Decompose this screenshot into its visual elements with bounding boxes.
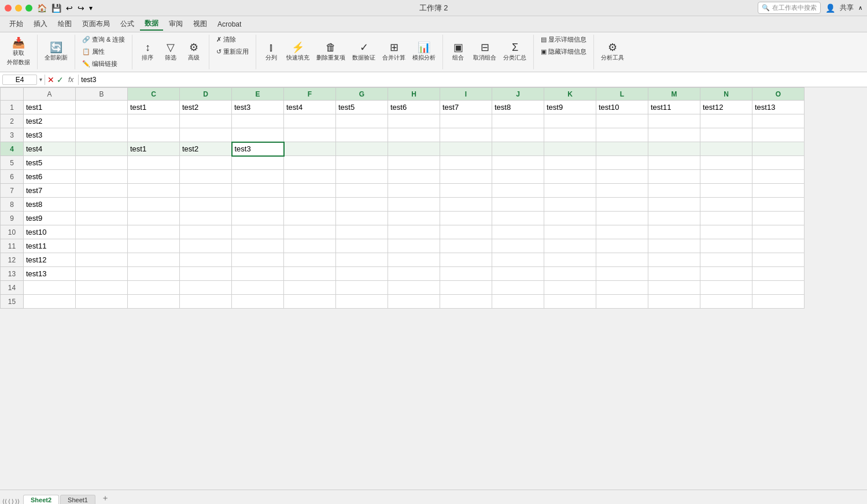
formula-cancel-icon[interactable]: ✕: [47, 75, 54, 84]
btn-group[interactable]: ▣ 组合: [448, 41, 468, 63]
cell-J9[interactable]: [492, 212, 544, 225]
cell-O3[interactable]: [752, 128, 805, 142]
cell-I5[interactable]: [440, 156, 492, 170]
cell-D13[interactable]: [180, 267, 232, 281]
cell-N11[interactable]: [700, 239, 752, 253]
col-header-G[interactable]: G: [336, 88, 388, 101]
cell-E8[interactable]: [232, 198, 284, 212]
btn-clear[interactable]: ✗ 清除: [214, 35, 238, 45]
cell-M2[interactable]: [648, 114, 700, 128]
cell-C2[interactable]: [128, 114, 180, 128]
cell-N12[interactable]: [700, 253, 752, 267]
row-header-15[interactable]: 15: [1, 295, 24, 309]
undo-icon[interactable]: ↩: [66, 3, 73, 13]
col-header-B[interactable]: B: [76, 88, 128, 101]
cell-B8[interactable]: [76, 198, 128, 212]
cell-H13[interactable]: [388, 267, 440, 281]
cell-N13[interactable]: [700, 267, 752, 281]
cell-A4[interactable]: test4: [24, 142, 76, 156]
cell-I12[interactable]: [440, 253, 492, 267]
cell-L13[interactable]: [596, 267, 648, 281]
btn-hide-details[interactable]: ▣ 隐藏详细信息: [538, 47, 589, 57]
row-header-3[interactable]: 3: [1, 128, 24, 142]
cell-G11[interactable]: [336, 239, 388, 253]
cell-N8[interactable]: [700, 198, 752, 212]
cell-B10[interactable]: [76, 225, 128, 239]
cell-F6[interactable]: [284, 170, 336, 184]
cell-G9[interactable]: [336, 212, 388, 225]
cell-C11[interactable]: [128, 239, 180, 253]
maximize-button[interactable]: [25, 5, 32, 12]
cell-J13[interactable]: [492, 267, 544, 281]
cell-O11[interactable]: [752, 239, 805, 253]
cell-J15[interactable]: [492, 295, 544, 309]
cell-F14[interactable]: [284, 281, 336, 295]
col-header-M[interactable]: M: [648, 88, 700, 101]
cell-L6[interactable]: [596, 170, 648, 184]
cell-M5[interactable]: [648, 156, 700, 170]
cell-F9[interactable]: [284, 212, 336, 225]
cell-G4[interactable]: [336, 142, 388, 156]
tab-view[interactable]: 视图: [189, 18, 212, 30]
col-header-O[interactable]: O: [752, 88, 805, 101]
cell-C9[interactable]: [128, 212, 180, 225]
cell-K12[interactable]: [544, 253, 596, 267]
formula-input[interactable]: [81, 76, 865, 84]
btn-split-columns[interactable]: ⫿ 分列: [261, 41, 282, 63]
collapse-icon[interactable]: ∧: [858, 5, 862, 11]
row-header-2[interactable]: 2: [1, 114, 24, 128]
cell-O8[interactable]: [752, 198, 805, 212]
cell-M6[interactable]: [648, 170, 700, 184]
row-header-9[interactable]: 9: [1, 212, 24, 225]
cell-I1[interactable]: test7: [440, 101, 492, 114]
cell-B12[interactable]: [76, 253, 128, 267]
cell-F10[interactable]: [284, 225, 336, 239]
cell-M3[interactable]: [648, 128, 700, 142]
cell-B9[interactable]: [76, 212, 128, 225]
cell-M14[interactable]: [648, 281, 700, 295]
cell-K1[interactable]: test9: [544, 101, 596, 114]
cell-H3[interactable]: [388, 128, 440, 142]
cell-L9[interactable]: [596, 212, 648, 225]
cell-L12[interactable]: [596, 253, 648, 267]
cell-L11[interactable]: [596, 239, 648, 253]
cell-H10[interactable]: [388, 225, 440, 239]
cell-J3[interactable]: [492, 128, 544, 142]
cell-I6[interactable]: [440, 170, 492, 184]
home-icon[interactable]: 🏠: [37, 3, 47, 13]
cell-I11[interactable]: [440, 239, 492, 253]
cell-G2[interactable]: [336, 114, 388, 128]
cell-A13[interactable]: test13: [24, 267, 76, 281]
cell-I13[interactable]: [440, 267, 492, 281]
tab-start[interactable]: 开始: [5, 18, 28, 30]
nav-prev-icon[interactable]: ⟨: [8, 498, 10, 504]
cell-E15[interactable]: [232, 295, 284, 309]
btn-edit-links[interactable]: ✏️ 编辑链接: [80, 59, 120, 69]
cell-K11[interactable]: [544, 239, 596, 253]
cell-E2[interactable]: [232, 114, 284, 128]
cell-I3[interactable]: [440, 128, 492, 142]
cell-E10[interactable]: [232, 225, 284, 239]
tab-formula[interactable]: 公式: [116, 18, 139, 30]
cell-D7[interactable]: [180, 184, 232, 198]
cell-I15[interactable]: [440, 295, 492, 309]
cell-F4[interactable]: [284, 142, 336, 156]
cell-J12[interactable]: [492, 253, 544, 267]
cell-E11[interactable]: [232, 239, 284, 253]
cell-C4[interactable]: test1: [128, 142, 180, 156]
col-header-L[interactable]: L: [596, 88, 648, 101]
btn-filter[interactable]: ▽ 筛选: [160, 41, 181, 63]
cell-B2[interactable]: [76, 114, 128, 128]
cell-L14[interactable]: [596, 281, 648, 295]
cell-K6[interactable]: [544, 170, 596, 184]
cell-G5[interactable]: [336, 156, 388, 170]
more-icon[interactable]: ▾: [89, 4, 93, 12]
col-header-D[interactable]: D: [180, 88, 232, 101]
btn-reapply[interactable]: ↺ 重新应用: [214, 47, 251, 57]
cell-H11[interactable]: [388, 239, 440, 253]
cell-E14[interactable]: [232, 281, 284, 295]
cell-A12[interactable]: test12: [24, 253, 76, 267]
cell-O5[interactable]: [752, 156, 805, 170]
cell-L4[interactable]: [596, 142, 648, 156]
cell-N1[interactable]: test12: [700, 101, 752, 114]
